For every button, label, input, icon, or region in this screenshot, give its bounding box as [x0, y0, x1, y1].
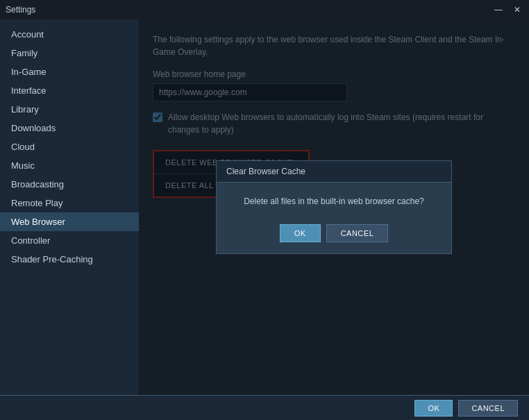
title-bar-controls: — ✕	[492, 3, 523, 16]
dialog-buttons: OK CANCEL	[217, 217, 451, 253]
sidebar-item-shaderprecaching[interactable]: Shader Pre-Caching	[0, 250, 139, 269]
sidebar-item-family[interactable]: Family	[0, 44, 139, 62]
dialog-title: Clear Browser Cache	[217, 161, 451, 183]
sidebar-item-ingame[interactable]: In-Game	[0, 62, 139, 81]
sidebar: Account Family In-Game Interface Library…	[0, 19, 139, 395]
bottom-cancel-button[interactable]: CANCEL	[458, 400, 518, 417]
clear-cache-dialog: Clear Browser Cache Delete all files in …	[216, 160, 452, 254]
bottom-ok-button[interactable]: OK	[414, 400, 453, 417]
sidebar-item-account[interactable]: Account	[0, 25, 139, 44]
sidebar-item-cloud[interactable]: Cloud	[0, 137, 139, 156]
dialog-overlay: Clear Browser Cache Delete all files in …	[139, 19, 529, 395]
sidebar-item-library[interactable]: Library	[0, 100, 139, 119]
sidebar-item-broadcasting[interactable]: Broadcasting	[0, 175, 139, 194]
sidebar-item-webbrowser[interactable]: Web Browser	[0, 212, 139, 231]
sidebar-item-remoteplay[interactable]: Remote Play	[0, 194, 139, 212]
main-window: Account Family In-Game Interface Library…	[0, 19, 529, 395]
bottom-bar: OK CANCEL	[0, 395, 529, 420]
minimize-button[interactable]: —	[492, 3, 505, 16]
dialog-message: Delete all files in the built-in web bro…	[217, 183, 451, 217]
sidebar-item-music[interactable]: Music	[0, 156, 139, 175]
sidebar-item-controller[interactable]: Controller	[0, 231, 139, 250]
dialog-cancel-button[interactable]: CANCEL	[326, 224, 389, 242]
window-title: Settings	[6, 5, 35, 15]
close-button[interactable]: ✕	[511, 3, 523, 16]
sidebar-item-interface[interactable]: Interface	[0, 81, 139, 100]
sidebar-item-downloads[interactable]: Downloads	[0, 119, 139, 137]
title-bar: Settings — ✕	[0, 0, 529, 19]
content-area: The following settings apply to the web …	[139, 19, 529, 395]
dialog-ok-button[interactable]: OK	[280, 224, 321, 242]
